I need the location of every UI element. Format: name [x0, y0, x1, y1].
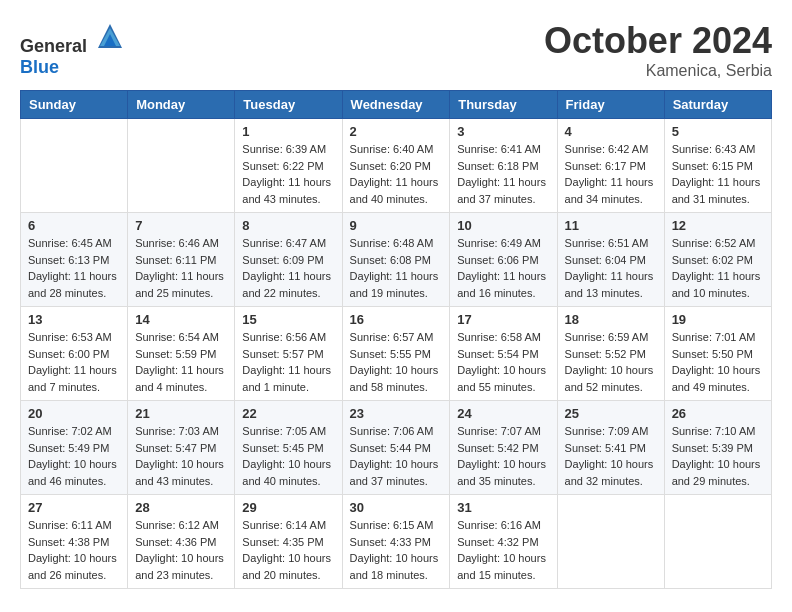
day-info: Sunrise: 6:41 AMSunset: 6:18 PMDaylight:… — [457, 141, 549, 207]
day-number: 20 — [28, 406, 120, 421]
calendar-cell: 9Sunrise: 6:48 AMSunset: 6:08 PMDaylight… — [342, 213, 450, 307]
calendar-cell: 24Sunrise: 7:07 AMSunset: 5:42 PMDayligh… — [450, 401, 557, 495]
day-number: 4 — [565, 124, 657, 139]
logo-icon — [94, 20, 126, 52]
calendar-cell: 18Sunrise: 6:59 AMSunset: 5:52 PMDayligh… — [557, 307, 664, 401]
day-number: 21 — [135, 406, 227, 421]
day-number: 9 — [350, 218, 443, 233]
calendar-header-tuesday: Tuesday — [235, 91, 342, 119]
calendar-cell — [664, 495, 771, 589]
calendar-cell — [21, 119, 128, 213]
day-number: 2 — [350, 124, 443, 139]
month-title: October 2024 — [544, 20, 772, 62]
calendar-cell: 10Sunrise: 6:49 AMSunset: 6:06 PMDayligh… — [450, 213, 557, 307]
day-number: 26 — [672, 406, 764, 421]
day-number: 12 — [672, 218, 764, 233]
day-info: Sunrise: 6:11 AMSunset: 4:38 PMDaylight:… — [28, 517, 120, 583]
logo-text-general: General — [20, 36, 87, 56]
calendar-cell: 30Sunrise: 6:15 AMSunset: 4:33 PMDayligh… — [342, 495, 450, 589]
calendar-cell: 4Sunrise: 6:42 AMSunset: 6:17 PMDaylight… — [557, 119, 664, 213]
day-info: Sunrise: 6:53 AMSunset: 6:00 PMDaylight:… — [28, 329, 120, 395]
day-info: Sunrise: 7:01 AMSunset: 5:50 PMDaylight:… — [672, 329, 764, 395]
calendar-cell: 26Sunrise: 7:10 AMSunset: 5:39 PMDayligh… — [664, 401, 771, 495]
day-number: 14 — [135, 312, 227, 327]
day-info: Sunrise: 6:43 AMSunset: 6:15 PMDaylight:… — [672, 141, 764, 207]
calendar-header-friday: Friday — [557, 91, 664, 119]
day-info: Sunrise: 7:06 AMSunset: 5:44 PMDaylight:… — [350, 423, 443, 489]
day-number: 17 — [457, 312, 549, 327]
calendar-cell — [128, 119, 235, 213]
logo: General Blue — [20, 20, 126, 78]
day-number: 27 — [28, 500, 120, 515]
day-info: Sunrise: 7:02 AMSunset: 5:49 PMDaylight:… — [28, 423, 120, 489]
day-number: 24 — [457, 406, 549, 421]
calendar-cell: 7Sunrise: 6:46 AMSunset: 6:11 PMDaylight… — [128, 213, 235, 307]
calendar-header-thursday: Thursday — [450, 91, 557, 119]
calendar-cell: 5Sunrise: 6:43 AMSunset: 6:15 PMDaylight… — [664, 119, 771, 213]
calendar-cell: 13Sunrise: 6:53 AMSunset: 6:00 PMDayligh… — [21, 307, 128, 401]
day-info: Sunrise: 7:05 AMSunset: 5:45 PMDaylight:… — [242, 423, 334, 489]
calendar-cell: 15Sunrise: 6:56 AMSunset: 5:57 PMDayligh… — [235, 307, 342, 401]
calendar-cell: 20Sunrise: 7:02 AMSunset: 5:49 PMDayligh… — [21, 401, 128, 495]
day-number: 29 — [242, 500, 334, 515]
day-info: Sunrise: 7:09 AMSunset: 5:41 PMDaylight:… — [565, 423, 657, 489]
day-number: 30 — [350, 500, 443, 515]
calendar-header-wednesday: Wednesday — [342, 91, 450, 119]
calendar-cell — [557, 495, 664, 589]
calendar-header-saturday: Saturday — [664, 91, 771, 119]
day-number: 11 — [565, 218, 657, 233]
calendar-cell: 23Sunrise: 7:06 AMSunset: 5:44 PMDayligh… — [342, 401, 450, 495]
day-info: Sunrise: 6:49 AMSunset: 6:06 PMDaylight:… — [457, 235, 549, 301]
day-info: Sunrise: 7:07 AMSunset: 5:42 PMDaylight:… — [457, 423, 549, 489]
calendar-cell: 1Sunrise: 6:39 AMSunset: 6:22 PMDaylight… — [235, 119, 342, 213]
calendar-cell: 14Sunrise: 6:54 AMSunset: 5:59 PMDayligh… — [128, 307, 235, 401]
day-info: Sunrise: 6:54 AMSunset: 5:59 PMDaylight:… — [135, 329, 227, 395]
title-section: October 2024 Kamenica, Serbia — [544, 20, 772, 80]
day-info: Sunrise: 6:45 AMSunset: 6:13 PMDaylight:… — [28, 235, 120, 301]
calendar-week-row: 27Sunrise: 6:11 AMSunset: 4:38 PMDayligh… — [21, 495, 772, 589]
calendar-header-monday: Monday — [128, 91, 235, 119]
calendar-header-row: SundayMondayTuesdayWednesdayThursdayFrid… — [21, 91, 772, 119]
day-info: Sunrise: 6:14 AMSunset: 4:35 PMDaylight:… — [242, 517, 334, 583]
calendar-cell: 19Sunrise: 7:01 AMSunset: 5:50 PMDayligh… — [664, 307, 771, 401]
day-info: Sunrise: 6:59 AMSunset: 5:52 PMDaylight:… — [565, 329, 657, 395]
calendar-cell: 16Sunrise: 6:57 AMSunset: 5:55 PMDayligh… — [342, 307, 450, 401]
day-number: 3 — [457, 124, 549, 139]
day-number: 18 — [565, 312, 657, 327]
calendar-cell: 22Sunrise: 7:05 AMSunset: 5:45 PMDayligh… — [235, 401, 342, 495]
day-number: 22 — [242, 406, 334, 421]
day-info: Sunrise: 6:12 AMSunset: 4:36 PMDaylight:… — [135, 517, 227, 583]
day-number: 8 — [242, 218, 334, 233]
day-info: Sunrise: 6:56 AMSunset: 5:57 PMDaylight:… — [242, 329, 334, 395]
day-number: 5 — [672, 124, 764, 139]
day-number: 28 — [135, 500, 227, 515]
day-info: Sunrise: 7:03 AMSunset: 5:47 PMDaylight:… — [135, 423, 227, 489]
day-number: 23 — [350, 406, 443, 421]
calendar-cell: 12Sunrise: 6:52 AMSunset: 6:02 PMDayligh… — [664, 213, 771, 307]
calendar-cell: 31Sunrise: 6:16 AMSunset: 4:32 PMDayligh… — [450, 495, 557, 589]
day-info: Sunrise: 6:58 AMSunset: 5:54 PMDaylight:… — [457, 329, 549, 395]
calendar-cell: 29Sunrise: 6:14 AMSunset: 4:35 PMDayligh… — [235, 495, 342, 589]
day-info: Sunrise: 6:39 AMSunset: 6:22 PMDaylight:… — [242, 141, 334, 207]
calendar-cell: 28Sunrise: 6:12 AMSunset: 4:36 PMDayligh… — [128, 495, 235, 589]
page-header: General Blue October 2024 Kamenica, Serb… — [20, 20, 772, 80]
calendar: SundayMondayTuesdayWednesdayThursdayFrid… — [20, 90, 772, 589]
day-info: Sunrise: 6:47 AMSunset: 6:09 PMDaylight:… — [242, 235, 334, 301]
day-number: 15 — [242, 312, 334, 327]
location: Kamenica, Serbia — [544, 62, 772, 80]
day-info: Sunrise: 6:46 AMSunset: 6:11 PMDaylight:… — [135, 235, 227, 301]
calendar-cell: 8Sunrise: 6:47 AMSunset: 6:09 PMDaylight… — [235, 213, 342, 307]
calendar-week-row: 6Sunrise: 6:45 AMSunset: 6:13 PMDaylight… — [21, 213, 772, 307]
calendar-week-row: 13Sunrise: 6:53 AMSunset: 6:00 PMDayligh… — [21, 307, 772, 401]
logo-text-blue: Blue — [20, 57, 59, 77]
day-info: Sunrise: 6:42 AMSunset: 6:17 PMDaylight:… — [565, 141, 657, 207]
day-number: 7 — [135, 218, 227, 233]
day-info: Sunrise: 6:48 AMSunset: 6:08 PMDaylight:… — [350, 235, 443, 301]
day-info: Sunrise: 7:10 AMSunset: 5:39 PMDaylight:… — [672, 423, 764, 489]
calendar-week-row: 20Sunrise: 7:02 AMSunset: 5:49 PMDayligh… — [21, 401, 772, 495]
day-number: 16 — [350, 312, 443, 327]
calendar-cell: 21Sunrise: 7:03 AMSunset: 5:47 PMDayligh… — [128, 401, 235, 495]
calendar-cell: 3Sunrise: 6:41 AMSunset: 6:18 PMDaylight… — [450, 119, 557, 213]
day-number: 31 — [457, 500, 549, 515]
calendar-week-row: 1Sunrise: 6:39 AMSunset: 6:22 PMDaylight… — [21, 119, 772, 213]
